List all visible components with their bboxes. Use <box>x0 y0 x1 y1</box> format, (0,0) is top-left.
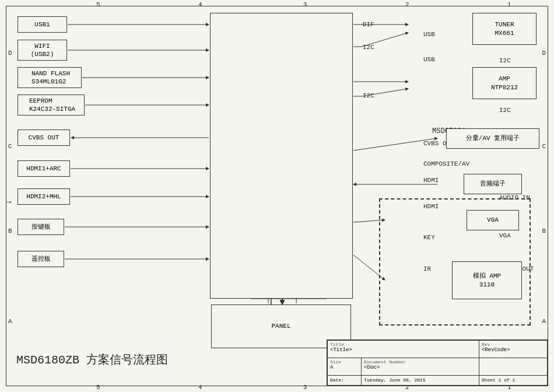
box-audio: 音频端子 <box>464 174 522 194</box>
box-eeprom: EEPROM K24C32-SITGA <box>17 94 85 116</box>
grid-right-d: D <box>542 50 546 57</box>
left-arrow: → <box>6 197 12 208</box>
grid-left-a: A <box>8 318 12 325</box>
grid-left-d: D <box>8 50 12 57</box>
port-usb2: USB <box>423 56 435 63</box>
port-composite: COMPOSITE/AV <box>423 160 469 167</box>
tb-doc-label: Document Number <box>364 359 476 365</box>
tb-doc-value: <Doc> <box>364 365 476 370</box>
box-av: 分量/AV 复用端子 <box>446 128 539 149</box>
box-tuner: TUNER MX661 <box>472 13 537 45</box>
box-cvbs-out: CVBS OUT <box>17 130 70 146</box>
grid-top-4: 4 <box>198 1 202 8</box>
port-hdmi1: HDMI <box>423 177 439 184</box>
box-key: 按键板 <box>17 219 64 235</box>
grid-top-2: 2 <box>405 1 409 8</box>
port-i2c-1: I2C <box>499 57 511 64</box>
grid-bottom-5: 5 <box>96 384 100 391</box>
label-dif: DIF <box>363 21 374 28</box>
grid-right-a: A <box>542 318 546 325</box>
grid-right-b: B <box>542 228 546 235</box>
box-usb1: USB1 <box>17 16 67 33</box>
grid-right-c: C <box>542 143 546 150</box>
box-nand: NAND FLASH S34ML01G2 <box>17 67 82 88</box>
grid-top-3: 3 <box>303 1 307 8</box>
grid-left-c: C <box>8 143 12 150</box>
diagram-area: 5 4 3 2 1 5 4 3 2 1 D C B A D C B A → US… <box>0 0 554 392</box>
tb-date-label: Date: <box>330 377 359 383</box>
box-amp-ntp: AMP NTP8212 <box>472 67 537 99</box>
tb-size-value: A <box>330 365 359 370</box>
box-hdmi1: HDMI1+ARC <box>17 160 70 177</box>
label-i2c-tuner: I2C <box>363 44 374 51</box>
tb-title-value: <Title> <box>330 347 476 353</box>
tb-rev-value: <RevCode> <box>482 347 545 353</box>
main-chip: MSD6I881 USB USB CVBS OUT COMPOSITE/AV H… <box>210 13 353 299</box>
tb-title-label: Title <box>330 342 476 347</box>
tb-size-label: Size <box>330 359 359 365</box>
title-block: Title <Title> Rev <RevCode> Size A Docum… <box>327 340 548 386</box>
box-remote: 遥控板 <box>17 251 64 267</box>
tb-date-value: Tuesday, June 09, 2015 <box>364 377 476 383</box>
main-title: MSD6180ZB 方案信号流程图 <box>16 352 168 368</box>
tb-rev-label: Rev <box>482 342 545 347</box>
port-usb1: USB <box>423 31 435 38</box>
label-i2c-amp: I2C <box>363 92 374 99</box>
dashed-box-engineer <box>379 198 531 326</box>
grid-bottom-3: 3 <box>303 384 307 391</box>
grid-top-5: 5 <box>96 1 100 8</box>
box-hdmi2: HDMI2+MHL <box>17 188 70 205</box>
tb-sheet: Sheet 1 of 1 <box>482 377 545 383</box>
grid-bottom-4: 4 <box>198 384 202 391</box>
port-i2c-2: I2C <box>499 107 511 114</box>
grid-top-1: 1 <box>507 1 511 8</box>
grid-left-b: B <box>8 228 12 235</box>
box-wifi: WIFI (USB2) <box>17 40 67 61</box>
